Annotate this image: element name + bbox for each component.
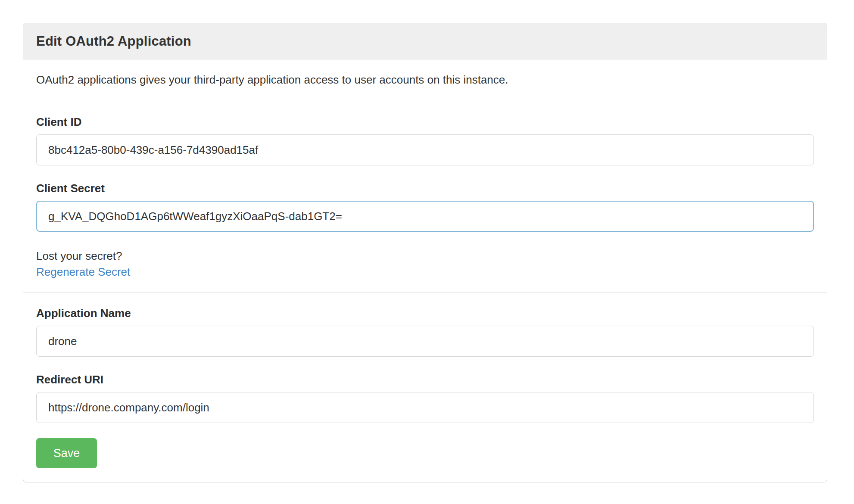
save-button[interactable]: Save [36, 438, 97, 468]
client-id-label: Client ID [36, 115, 814, 128]
oauth2-description-text: OAuth2 applications gives your third-par… [23, 59, 827, 101]
regenerate-secret-link[interactable]: Regenerate Secret [36, 265, 130, 278]
edit-oauth2-application-panel: Edit OAuth2 Application OAuth2 applicati… [23, 23, 827, 482]
lost-secret-hint: Lost your secret? [36, 249, 814, 262]
application-name-label: Application Name [36, 307, 814, 320]
page-title: Edit OAuth2 Application [36, 34, 191, 49]
client-id-input[interactable] [36, 134, 814, 165]
credentials-section: Client ID Client Secret Lost your secret… [23, 101, 827, 292]
panel-header: Edit OAuth2 Application [23, 23, 827, 59]
client-secret-input[interactable] [36, 201, 814, 232]
application-details-section: Application Name Redirect URI Save [23, 292, 827, 482]
redirect-uri-label: Redirect URI [36, 373, 814, 386]
application-name-input[interactable] [36, 326, 814, 357]
client-secret-label: Client Secret [36, 182, 814, 195]
redirect-uri-input[interactable] [36, 392, 814, 423]
